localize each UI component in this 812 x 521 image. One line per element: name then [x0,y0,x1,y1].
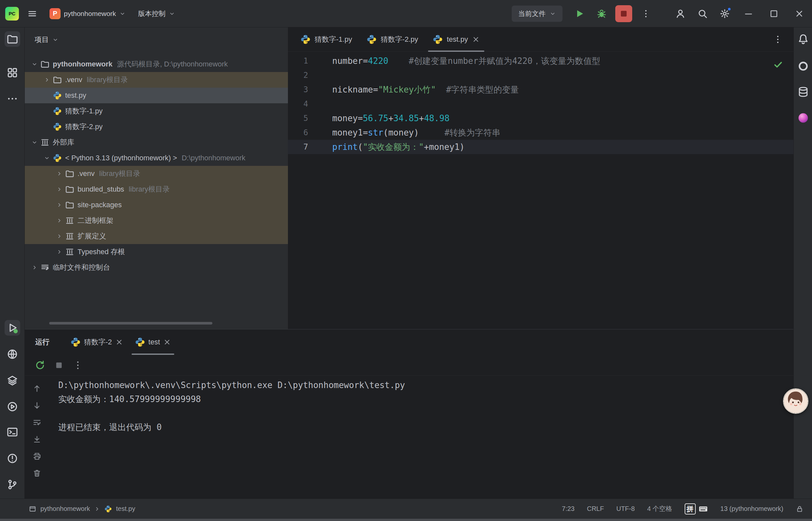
stop-process-button[interactable] [51,358,66,373]
minimize-button[interactable] [736,0,761,27]
tool-services-button[interactable] [4,372,20,388]
close-tab-icon[interactable] [472,36,480,43]
tree-item-label: .venv [77,169,95,178]
code-line-6[interactable]: 6money1=str(money) #转换为字符串 [288,126,793,140]
tree-item-猜数字-1.py[interactable]: 猜数字-1.py [25,103,288,119]
file-encoding[interactable]: UTF-8 [616,505,635,513]
editor-tab-test.py[interactable]: test.py [425,27,487,51]
chevron-down-icon[interactable] [42,155,52,162]
rerun-button[interactable] [32,358,48,373]
run-tab-猜数字-2[interactable]: 猜数字-2 [65,330,129,355]
tree-item-.venv[interactable]: .venvlibrary根目录 [25,72,288,88]
debug-button[interactable] [593,5,610,22]
code-line-5[interactable]: 5money=56.75+34.85+48.98 [288,111,793,126]
tool-terminal-button[interactable] [4,424,20,440]
tree-item-外部库[interactable]: 外部库 [25,135,288,150]
tool-packages-button[interactable] [795,110,811,126]
chevron-right-icon[interactable] [54,186,65,193]
console-output[interactable]: D:\pythonhomework\.venv\Scripts\python.e… [49,376,793,499]
user-avatar[interactable] [783,388,808,414]
ime-indicator[interactable]: 拼 [685,503,708,515]
editor-tab-猜数字-2.py[interactable]: 猜数字-2.py [359,27,425,51]
tool-endpoints-button[interactable] [4,346,20,362]
more-actions-button[interactable] [637,5,654,22]
code-area[interactable]: 1number=4220 #创建变量number并赋值为4220，该变量为数值型… [288,52,793,329]
run-config-selector[interactable]: 当前文件 [512,5,562,22]
chevron-down-icon [550,10,556,17]
tool-more-button[interactable] [4,91,20,107]
chevron-right-icon[interactable] [29,264,40,271]
tree-item-pythonhomework[interactable]: pythonhomework源代码根目录, D:\pythonhomework [25,56,288,72]
close-tab-icon[interactable] [163,338,171,346]
clear-console-button[interactable] [31,467,43,479]
close-button[interactable] [787,0,812,27]
editor-tab-猜数字-1.py[interactable]: 猜数字-1.py [293,27,359,51]
main-menu-button[interactable] [23,5,41,22]
tree-item-bundled-stubs[interactable]: bundled_stubslibrary根目录 [25,181,288,197]
tool-project-button[interactable] [4,31,20,47]
chevron-right-icon[interactable] [54,233,65,240]
console-more-button[interactable] [70,358,85,373]
search-everywhere-button[interactable] [694,5,711,22]
prev-occurrence-button[interactable] [31,382,43,394]
tree-item-typeshed-存根[interactable]: Typeshed 存根 [25,244,288,260]
breadcrumb-file[interactable]: test.py [116,505,135,513]
next-occurrence-button[interactable] [31,399,43,411]
run-tab-test[interactable]: test [129,330,177,355]
tool-run-button[interactable] [4,320,20,336]
scroll-to-end-button[interactable] [31,433,43,446]
tree-item-test.py[interactable]: test.py [25,88,288,103]
tool-notifications-button[interactable] [795,31,811,47]
tool-database-button[interactable] [795,84,811,100]
code-line-3[interactable]: 3nickname="Mickey小竹" #字符串类型的变量 [288,83,793,97]
lock-icon[interactable] [796,505,804,513]
tree-item-临时文件和控制台[interactable]: 临时文件和控制台 [25,260,288,275]
chevron-right-icon[interactable] [54,248,65,255]
tree-item-猜数字-2.py[interactable]: 猜数字-2.py [25,119,288,135]
chevron-down-icon[interactable] [52,37,59,43]
caret-position[interactable]: 7:23 [562,505,575,513]
horizontal-scrollbar[interactable] [49,322,212,324]
vcs-widget[interactable]: 版本控制 [134,5,179,22]
chevron-down-icon[interactable] [29,139,40,146]
chevron-down-icon[interactable] [29,61,40,68]
chevron-right-icon[interactable] [42,76,52,84]
tool-problems-button[interactable] [4,451,20,466]
print-console-button[interactable] [31,450,43,462]
stop-button[interactable] [615,5,632,22]
indent-style[interactable]: 4 个空格 [647,504,672,513]
python-interpreter[interactable]: 13 (pythonhomework) [720,505,783,513]
chevron-right-icon[interactable] [54,201,65,208]
tree-item-python-3.13-pythonhomework[interactable]: < Python 3.13 (pythonhomework) >D:\pytho… [25,150,288,166]
structure-icon [6,67,18,78]
code-line-2[interactable]: 2 [288,68,793,83]
maximize-button[interactable] [761,0,787,27]
tree-item-.venv[interactable]: .venvlibrary根目录 [25,166,288,181]
tab-label: test.py [447,35,468,44]
tool-version-control-button[interactable] [4,477,20,492]
chevron-right-icon[interactable] [54,217,65,224]
tool-python-console-button[interactable] [4,399,20,414]
tool-structure-button[interactable] [4,65,20,81]
soft-wrap-button[interactable] [31,416,43,428]
code-with-me-button[interactable] [672,5,689,22]
tool-ai-assistant-button[interactable] [795,58,811,74]
line-separator[interactable]: CRLF [587,505,604,513]
tree-item-扩展定义[interactable]: 扩展定义 [25,228,288,244]
run-button[interactable] [571,5,588,22]
project-panel-title[interactable]: 项目 [34,35,49,45]
close-tab-icon[interactable] [115,338,123,346]
settings-button[interactable] [716,5,733,22]
tree-item-site-packages[interactable]: site-packages [25,197,288,213]
code-line-1[interactable]: 1number=4220 #创建变量number并赋值为4220，该变量为数值型 [288,54,793,68]
project-selector[interactable]: P pythonhomework [46,5,130,22]
run-panel: 运行 猜数字-2test D:\pythonhomework\.venv\Scr… [25,329,793,499]
tree-item-二进制框架[interactable]: 二进制框架 [25,213,288,228]
inspection-ok-icon[interactable] [773,60,783,69]
code-line-7[interactable]: 7print("实收金额为："+money1) [288,140,793,154]
editor-tab-options-button[interactable] [771,32,785,47]
breadcrumb-project[interactable]: pythonhomework [40,505,90,513]
chevron-right-icon[interactable] [54,170,65,177]
code-line-4[interactable]: 4 [288,97,793,111]
python-file-icon [433,34,443,45]
